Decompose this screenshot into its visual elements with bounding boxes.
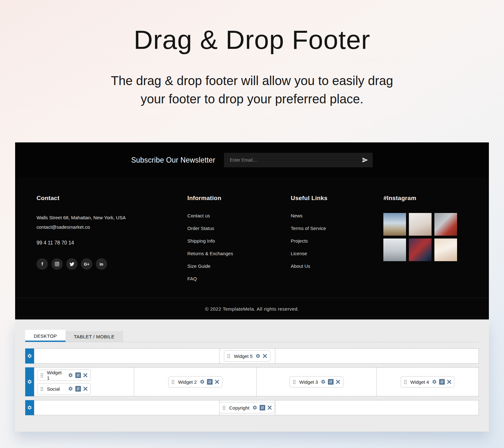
row-column-empty[interactable] (275, 400, 478, 415)
widget-chip-widget3[interactable]: Widget 3 (289, 376, 343, 388)
widget-settings-button[interactable] (200, 379, 205, 384)
builder-tabs: DESKTOP TABLET / MOBILE (25, 330, 479, 342)
drag-handle-icon[interactable] (404, 380, 405, 381)
twitter-icon[interactable] (66, 258, 77, 270)
drag-handle-icon[interactable] (41, 387, 42, 388)
instagram-photo-child-glasses[interactable] (409, 213, 432, 236)
row-column[interactable]: Widget 4 (376, 368, 478, 396)
information-heading: Information (187, 195, 291, 202)
footer-link[interactable]: Contact us (187, 213, 210, 218)
row-column[interactable]: Widget 5 (219, 349, 275, 363)
footer-link[interactable]: Returns & Exchanges (187, 251, 233, 256)
footer-link[interactable]: Projects (291, 238, 308, 244)
row-settings-handle[interactable] (25, 348, 34, 364)
row-settings-handle[interactable] (25, 400, 34, 415)
tab-desktop[interactable]: DESKTOP (25, 330, 66, 342)
footer-link[interactable]: About Us (291, 263, 310, 269)
newsletter-send-button[interactable] (362, 157, 368, 163)
instagram-icon[interactable] (51, 258, 63, 270)
footer-link[interactable]: License (291, 251, 307, 256)
widget-settings-button[interactable] (432, 379, 437, 384)
footer-link[interactable]: Size Guide (187, 263, 210, 269)
widget-remove-button[interactable] (336, 380, 340, 384)
widget-chip-social[interactable]: Social (37, 383, 91, 394)
widget-settings-button[interactable] (68, 386, 73, 391)
footer-link[interactable]: Shipping Info (187, 238, 215, 244)
footer-link[interactable]: News (291, 213, 303, 218)
footer-link[interactable]: Terms of Service (291, 226, 326, 231)
widget-label: Social (47, 386, 65, 392)
newsletter-bar: Subscribe Our Newsletter (15, 142, 489, 178)
instagram-grid (383, 213, 467, 261)
email-input[interactable] (230, 158, 362, 163)
drag-handle-icon[interactable] (293, 380, 294, 381)
widget-label: Copyright (229, 405, 249, 411)
tab-tablet-mobile[interactable]: TABLET / MOBILE (66, 331, 123, 342)
widget-chip-widget5[interactable]: Widget 5 (224, 350, 270, 362)
widget-chip-widget4[interactable]: Widget 4 (401, 376, 455, 388)
widget-settings-button[interactable] (255, 353, 261, 359)
widget-remove-button[interactable] (447, 380, 451, 384)
instagram-photo-bedroom[interactable] (383, 238, 406, 261)
footer-link[interactable]: FAQ (187, 276, 197, 281)
row-column-empty[interactable] (34, 349, 219, 363)
widget-columns-button[interactable] (328, 379, 334, 385)
widget-columns-button[interactable] (75, 386, 81, 392)
sliders-icon (208, 380, 212, 384)
instagram-photo-firefighter[interactable] (409, 238, 432, 261)
close-icon (83, 373, 88, 377)
contact-email[interactable]: contact@sadesmarket.co (37, 222, 187, 232)
drag-handle-icon[interactable] (227, 354, 228, 355)
social-icons-row: f G+ in (37, 258, 187, 270)
widget-columns-button[interactable] (75, 372, 81, 378)
sliders-icon (440, 380, 444, 384)
row-column[interactable]: Widget 1 (34, 368, 134, 396)
footer-link[interactable]: Order Status (187, 226, 214, 231)
row-column[interactable]: Widget 2 (134, 368, 256, 396)
drag-handle-icon[interactable] (223, 406, 224, 407)
widget-remove-button[interactable] (267, 405, 272, 410)
footer-preview: Subscribe Our Newsletter Contact Walls S… (15, 142, 489, 319)
instagram-photo-wedding[interactable] (434, 238, 457, 261)
row-column-empty[interactable] (34, 400, 219, 415)
instagram-heading: #Instagram (383, 195, 467, 202)
widget-settings-button[interactable] (321, 379, 326, 384)
newsletter-input-box (224, 153, 373, 167)
row-column[interactable]: Widget 3 (256, 368, 376, 396)
widget-settings-button[interactable] (252, 405, 257, 410)
useful-links-heading: Useful Links (291, 195, 383, 202)
widget-columns-button[interactable] (260, 405, 265, 411)
google-plus-icon[interactable]: G+ (81, 258, 92, 270)
footer-builder: DESKTOP TABLET / MOBILE Widget 5 (15, 319, 489, 432)
instagram-photo-cyclist[interactable] (383, 213, 406, 236)
widget-remove-button[interactable] (83, 373, 88, 377)
linkedin-icon[interactable]: in (96, 258, 107, 270)
widget-settings-button[interactable] (68, 373, 73, 378)
copyright-bar: © 2022 TemplateMela. All rights reserved… (15, 298, 489, 319)
facebook-icon[interactable]: f (37, 258, 48, 270)
widget-columns-button[interactable] (207, 379, 213, 385)
widget-chip-widget1[interactable]: Widget 1 (37, 370, 91, 381)
builder-row-2: Widget 1 (25, 367, 479, 396)
instagram-photo-man-working[interactable] (434, 213, 457, 236)
close-icon (83, 387, 88, 391)
widget-remove-button[interactable] (83, 387, 88, 391)
drag-handle-icon[interactable] (41, 373, 42, 374)
close-icon (447, 380, 451, 384)
widget-chip-copyright[interactable]: Copyright (219, 402, 275, 413)
gear-icon (27, 405, 32, 410)
row-column-empty[interactable] (275, 349, 478, 363)
gear-icon (255, 353, 261, 359)
contact-phone[interactable]: 99 4 11 78 70 14 (37, 240, 187, 246)
drag-handle-icon[interactable] (172, 380, 173, 381)
widget-remove-button[interactable] (263, 354, 267, 358)
row-column[interactable]: Copyright (219, 400, 275, 415)
widget-chip-widget2[interactable]: Widget 2 (168, 376, 222, 388)
row-settings-handle[interactable] (25, 367, 34, 396)
hero-section: Drag & Drop Footer The drag & drop foote… (0, 0, 504, 108)
paper-plane-icon (362, 157, 368, 163)
widget-columns-button[interactable] (439, 379, 445, 385)
close-icon (263, 354, 267, 358)
footer-columns: Contact Walls Street 68, Mahattan, New Y… (15, 178, 489, 298)
widget-remove-button[interactable] (215, 380, 219, 384)
